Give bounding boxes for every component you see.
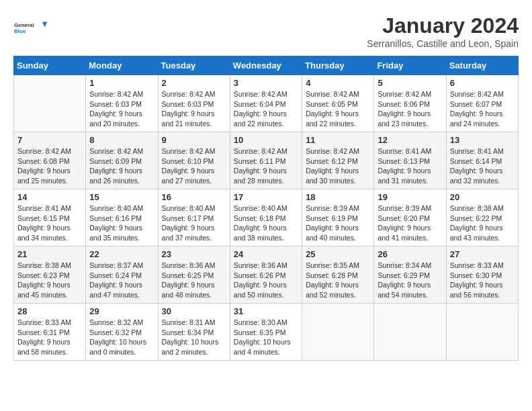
calendar-cell: 29Sunrise: 8:32 AM Sunset: 6:32 PM Dayli… [86, 304, 158, 361]
day-info: Sunrise: 8:32 AM Sunset: 6:32 PM Dayligh… [89, 318, 154, 357]
day-info: Sunrise: 8:39 AM Sunset: 6:19 PM Dayligh… [306, 203, 370, 243]
day-number: 8 [89, 135, 154, 145]
weekday-header-row: SundayMondayTuesdayWednesdayThursdayFrid… [14, 56, 519, 75]
calendar-cell: 22Sunrise: 8:37 AM Sunset: 6:24 PM Dayli… [86, 246, 158, 304]
day-number: 25 [306, 249, 370, 259]
calendar-table: SundayMondayTuesdayWednesdayThursdayFrid… [13, 56, 519, 361]
calendar-cell: 5Sunrise: 8:42 AM Sunset: 6:06 PM Daylig… [374, 75, 446, 132]
day-number: 30 [162, 306, 226, 316]
day-number: 19 [378, 192, 442, 202]
week-row-3: 14Sunrise: 8:41 AM Sunset: 6:15 PM Dayli… [14, 189, 519, 246]
calendar-cell [374, 304, 446, 361]
day-number: 16 [162, 192, 226, 202]
day-number: 5 [378, 78, 442, 88]
page-header: General Blue January 2024 Serranillos, C… [13, 13, 519, 49]
day-info: Sunrise: 8:42 AM Sunset: 6:04 PM Dayligh… [234, 89, 298, 129]
calendar-cell: 14Sunrise: 8:41 AM Sunset: 6:15 PM Dayli… [14, 189, 86, 246]
day-info: Sunrise: 8:33 AM Sunset: 6:31 PM Dayligh… [17, 318, 82, 357]
svg-text:General: General [14, 22, 34, 28]
day-info: Sunrise: 8:38 AM Sunset: 6:23 PM Dayligh… [17, 261, 82, 300]
month-title: January 2024 [367, 13, 519, 38]
calendar-cell: 3Sunrise: 8:42 AM Sunset: 6:04 PM Daylig… [230, 75, 302, 132]
calendar-cell: 10Sunrise: 8:42 AM Sunset: 6:11 PM Dayli… [230, 132, 302, 189]
day-number: 4 [306, 78, 370, 88]
day-info: Sunrise: 8:37 AM Sunset: 6:24 PM Dayligh… [89, 261, 154, 300]
day-number: 20 [450, 192, 515, 202]
day-number: 28 [17, 306, 82, 316]
calendar-cell: 1Sunrise: 8:42 AM Sunset: 6:03 PM Daylig… [86, 75, 158, 132]
day-number: 15 [89, 192, 154, 202]
weekday-header-friday: Friday [374, 56, 446, 75]
day-info: Sunrise: 8:40 AM Sunset: 6:17 PM Dayligh… [162, 203, 226, 243]
calendar-cell: 18Sunrise: 8:39 AM Sunset: 6:19 PM Dayli… [302, 189, 374, 246]
day-info: Sunrise: 8:42 AM Sunset: 6:12 PM Dayligh… [306, 146, 370, 186]
calendar-cell: 31Sunrise: 8:30 AM Sunset: 6:35 PM Dayli… [230, 304, 302, 361]
day-number: 18 [306, 192, 370, 202]
day-number: 7 [17, 135, 82, 145]
day-number: 3 [234, 78, 298, 88]
week-row-1: 1Sunrise: 8:42 AM Sunset: 6:03 PM Daylig… [14, 75, 519, 132]
day-info: Sunrise: 8:42 AM Sunset: 6:10 PM Dayligh… [162, 146, 226, 186]
day-number: 1 [89, 78, 154, 88]
calendar-cell: 7Sunrise: 8:42 AM Sunset: 6:08 PM Daylig… [14, 132, 86, 189]
day-info: Sunrise: 8:41 AM Sunset: 6:14 PM Dayligh… [450, 146, 515, 186]
day-number: 10 [234, 135, 298, 145]
week-row-4: 21Sunrise: 8:38 AM Sunset: 6:23 PM Dayli… [14, 246, 519, 304]
day-number: 11 [306, 135, 370, 145]
day-number: 29 [89, 306, 154, 316]
calendar-cell: 8Sunrise: 8:42 AM Sunset: 6:09 PM Daylig… [86, 132, 158, 189]
day-number: 9 [162, 135, 226, 145]
day-info: Sunrise: 8:42 AM Sunset: 6:11 PM Dayligh… [234, 146, 298, 186]
week-row-5: 28Sunrise: 8:33 AM Sunset: 6:31 PM Dayli… [14, 304, 519, 361]
calendar-cell: 21Sunrise: 8:38 AM Sunset: 6:23 PM Dayli… [14, 246, 86, 304]
day-info: Sunrise: 8:42 AM Sunset: 6:03 PM Dayligh… [89, 89, 154, 129]
day-number: 24 [234, 249, 298, 259]
day-info: Sunrise: 8:36 AM Sunset: 6:26 PM Dayligh… [234, 261, 298, 300]
day-info: Sunrise: 8:38 AM Sunset: 6:22 PM Dayligh… [450, 203, 515, 243]
calendar-cell: 13Sunrise: 8:41 AM Sunset: 6:14 PM Dayli… [446, 132, 518, 189]
calendar-cell: 25Sunrise: 8:35 AM Sunset: 6:28 PM Dayli… [302, 246, 374, 304]
day-info: Sunrise: 8:36 AM Sunset: 6:25 PM Dayligh… [162, 261, 226, 300]
day-info: Sunrise: 8:40 AM Sunset: 6:16 PM Dayligh… [89, 203, 154, 243]
calendar-cell: 26Sunrise: 8:34 AM Sunset: 6:29 PM Dayli… [374, 246, 446, 304]
calendar-cell: 23Sunrise: 8:36 AM Sunset: 6:25 PM Dayli… [158, 246, 230, 304]
title-block: January 2024 Serranillos, Castille and L… [367, 13, 519, 49]
calendar-cell: 17Sunrise: 8:40 AM Sunset: 6:18 PM Dayli… [230, 189, 302, 246]
day-info: Sunrise: 8:33 AM Sunset: 6:30 PM Dayligh… [450, 261, 515, 300]
calendar-cell: 12Sunrise: 8:41 AM Sunset: 6:13 PM Dayli… [374, 132, 446, 189]
calendar-cell: 6Sunrise: 8:42 AM Sunset: 6:07 PM Daylig… [446, 75, 518, 132]
logo-svg: General Blue [13, 13, 47, 42]
calendar-cell: 11Sunrise: 8:42 AM Sunset: 6:12 PM Dayli… [302, 132, 374, 189]
calendar-cell: 28Sunrise: 8:33 AM Sunset: 6:31 PM Dayli… [14, 304, 86, 361]
day-number: 31 [234, 306, 298, 316]
day-info: Sunrise: 8:41 AM Sunset: 6:13 PM Dayligh… [378, 146, 442, 186]
day-number: 27 [450, 249, 515, 259]
svg-marker-3 [42, 22, 47, 28]
location-subtitle: Serranillos, Castille and Leon, Spain [367, 38, 519, 49]
day-info: Sunrise: 8:42 AM Sunset: 6:08 PM Dayligh… [17, 146, 82, 186]
calendar-cell: 19Sunrise: 8:39 AM Sunset: 6:20 PM Dayli… [374, 189, 446, 246]
week-row-2: 7Sunrise: 8:42 AM Sunset: 6:08 PM Daylig… [14, 132, 519, 189]
day-info: Sunrise: 8:42 AM Sunset: 6:05 PM Dayligh… [306, 89, 370, 129]
day-number: 6 [450, 78, 515, 88]
calendar-cell [302, 304, 374, 361]
day-info: Sunrise: 8:34 AM Sunset: 6:29 PM Dayligh… [378, 261, 442, 300]
day-number: 23 [162, 249, 226, 259]
day-number: 17 [234, 192, 298, 202]
weekday-header-sunday: Sunday [14, 56, 86, 75]
weekday-header-monday: Monday [86, 56, 158, 75]
day-number: 13 [450, 135, 515, 145]
logo: General Blue [13, 13, 47, 42]
weekday-header-saturday: Saturday [446, 56, 518, 75]
calendar-cell: 16Sunrise: 8:40 AM Sunset: 6:17 PM Dayli… [158, 189, 230, 246]
day-number: 14 [17, 192, 82, 202]
day-info: Sunrise: 8:42 AM Sunset: 6:09 PM Dayligh… [89, 146, 154, 186]
weekday-header-wednesday: Wednesday [230, 56, 302, 75]
weekday-header-thursday: Thursday [302, 56, 374, 75]
calendar-cell: 24Sunrise: 8:36 AM Sunset: 6:26 PM Dayli… [230, 246, 302, 304]
day-info: Sunrise: 8:41 AM Sunset: 6:15 PM Dayligh… [17, 203, 82, 243]
day-number: 12 [378, 135, 442, 145]
day-info: Sunrise: 8:40 AM Sunset: 6:18 PM Dayligh… [234, 203, 298, 243]
svg-text:Blue: Blue [14, 28, 26, 34]
day-info: Sunrise: 8:35 AM Sunset: 6:28 PM Dayligh… [306, 261, 370, 300]
